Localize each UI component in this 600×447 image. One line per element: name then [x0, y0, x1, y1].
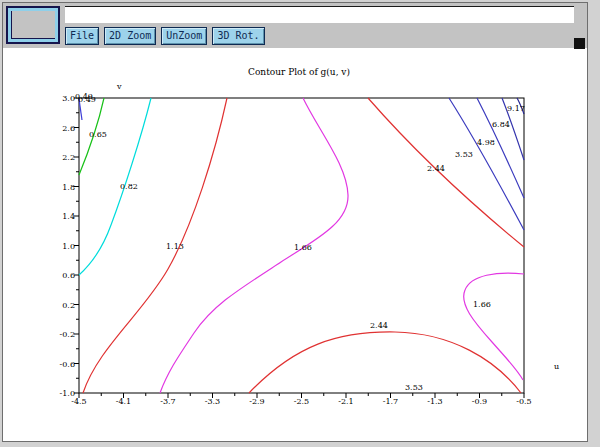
contour-label: 1.66 — [473, 300, 491, 309]
y-tick-label: -1.0 — [41, 389, 75, 398]
contour-label: 0.82 — [120, 182, 138, 191]
y-tick-label: 0.2 — [41, 301, 75, 310]
y-tick-label: 1.4 — [41, 212, 75, 221]
x-tick-label: -2.1 — [331, 397, 361, 406]
contour-line-1-13 — [83, 98, 227, 393]
x-tick-label: -0.9 — [465, 397, 495, 406]
contour-line-1-66-a — [160, 98, 348, 393]
y-tick-label: -0.2 — [41, 330, 75, 339]
contour-label: 0.49 — [78, 95, 96, 104]
x-tick-label: -1.7 — [376, 397, 406, 406]
x-tick-label: -3.3 — [198, 397, 228, 406]
contour-label: 4.98 — [477, 138, 495, 147]
contour-label: 6.84 — [492, 120, 510, 129]
contour-line-2-44-b — [249, 332, 521, 393]
contour-line-4-98 — [477, 98, 524, 198]
plot-title: Contour Plot of g(u, v) — [145, 67, 453, 77]
x-tick-label: -1.3 — [420, 397, 450, 406]
y-tick-label: 1.0 — [41, 242, 75, 251]
contour-label: 1.66 — [294, 243, 312, 252]
y-tick-label: 3.0 — [41, 94, 75, 103]
y-tick-label: 1.8 — [41, 183, 75, 192]
x-tick-label: -4.1 — [109, 397, 139, 406]
y-tick-label: -0.6 — [41, 360, 75, 369]
y-axis-label: v — [117, 82, 122, 91]
y-tick-label: 2.6 — [41, 124, 75, 133]
contour-label: 2.44 — [370, 321, 388, 330]
y-tick-label: 2.2 — [41, 153, 75, 162]
x-axis-label: u — [554, 362, 559, 371]
x-tick-label: -3.7 — [153, 397, 183, 406]
x-tick-label: -4.5 — [64, 397, 94, 406]
contour-line-0-82 — [79, 98, 151, 275]
contour-line-1-66-b — [464, 273, 524, 380]
contour-label: 3.53 — [405, 383, 423, 392]
x-tick-label: -2.5 — [287, 397, 317, 406]
graphics-window: File2D ZoomUnZoom3D Rot. Contour Plot of… — [2, 2, 588, 442]
contour-label: 3.53 — [455, 150, 473, 159]
x-tick-label: -2.9 — [242, 397, 272, 406]
panel-corner-marker — [574, 38, 585, 49]
contour-label: 2.44 — [427, 164, 445, 173]
contour-label: 9.17 — [507, 104, 525, 113]
y-tick-label: 0.6 — [41, 271, 75, 280]
x-tick-label: -0.5 — [509, 397, 539, 406]
contour-label: 1.13 — [166, 242, 184, 251]
contour-label: 0.65 — [89, 130, 107, 139]
